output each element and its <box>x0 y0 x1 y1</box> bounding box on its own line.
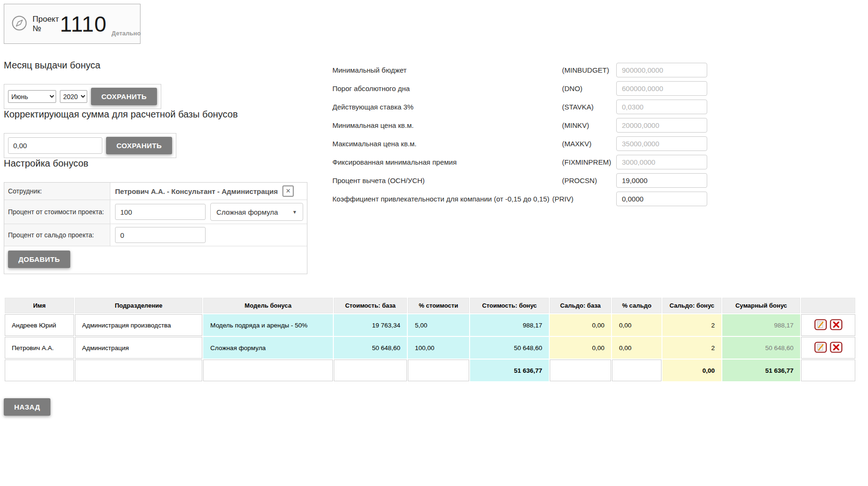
param-label: Коэффициент привлекательности для компан… <box>332 195 552 203</box>
back-button[interactable]: НАЗАД <box>4 398 50 416</box>
correction-section-title: Корректирующая сумма для расчетной базы … <box>4 109 332 120</box>
param-code: (MINKV) <box>562 121 616 129</box>
cell-cost-percent: 100,00 <box>408 337 469 359</box>
project-details-link[interactable]: Детально <box>112 30 141 37</box>
cell-department: Администрация производства <box>75 314 202 336</box>
edit-button[interactable] <box>813 319 828 332</box>
param-input-procsn[interactable] <box>616 173 707 188</box>
col-cost-base: Стоимость: база <box>334 298 407 313</box>
param-row-maxkv: Максимальная цена кв.м. (MAXKV) <box>332 134 707 153</box>
col-model: Модель бонуса <box>203 298 333 313</box>
add-button[interactable]: ДОБАВИТЬ <box>8 251 70 268</box>
save-correction-button[interactable]: СОХРАНИТЬ <box>106 137 172 154</box>
param-input-dno[interactable] <box>616 81 707 96</box>
correction-amount-input[interactable] <box>8 137 102 154</box>
cell-total-bonus: 988,17 <box>722 314 800 336</box>
cell-empty <box>801 360 855 381</box>
param-input-minbudget[interactable] <box>616 63 707 77</box>
cell-cost-bonus: 988,17 <box>470 314 549 336</box>
table-row: Петрович А.А. Администрация Сложная форм… <box>5 337 855 359</box>
param-code: (FIXMINPREM) <box>562 158 616 166</box>
param-label: Действующая ставка 3% <box>332 103 562 111</box>
param-label: Максимальная цена кв.м. <box>332 140 562 148</box>
cell-total-bonus: 50 648,60 <box>722 337 800 359</box>
cell-cost-bonus: 50 648,60 <box>470 337 549 359</box>
delete-button[interactable] <box>828 319 844 332</box>
cell-actions <box>801 314 855 336</box>
param-input-minkv[interactable] <box>616 118 707 133</box>
param-code: (PROCSN) <box>562 176 616 184</box>
month-section-title: Месяц выдачи бонуса <box>4 60 332 71</box>
param-row-minbudget: Минимальный бюджет (MINBUDGET) <box>332 61 707 79</box>
correction-box: СОХРАНИТЬ <box>4 133 176 158</box>
delete-icon <box>830 319 843 330</box>
cell-empty <box>5 360 74 381</box>
param-code: (DNO) <box>562 84 616 92</box>
chevron-down-icon: ▼ <box>292 209 297 215</box>
edit-button[interactable] <box>813 342 828 354</box>
bonus-table: Имя Подразделение Модель бонуса Стоимост… <box>4 297 856 382</box>
cell-cost-percent: 5,00 <box>408 314 469 336</box>
cell-cost-base: 50 648,60 <box>334 337 407 359</box>
total-cost-bonus: 51 636,77 <box>470 360 549 381</box>
bonus-settings-title: Настройка бонусов <box>4 158 332 169</box>
cell-saldo-percent: 0,00 <box>612 337 661 359</box>
param-code: (STAVKA) <box>562 103 616 111</box>
param-code: (MAXKV) <box>562 140 616 148</box>
param-row-minkv: Минимальная цена кв.м. (MINKV) <box>332 116 707 134</box>
cell-empty <box>75 360 202 381</box>
param-label: Минимальный бюджет <box>332 66 562 74</box>
col-cost-bonus: Стоимость: бонус <box>470 298 549 313</box>
parameters-panel: Минимальный бюджет (MINBUDGET) Порог абс… <box>332 60 707 274</box>
cell-model: Сложная формула <box>203 337 333 359</box>
year-select[interactable]: 2020 <box>60 90 87 103</box>
edit-icon <box>814 319 827 330</box>
param-input-priv[interactable] <box>616 192 707 206</box>
employee-value: Петрович А.А. - Консультант - Администра… <box>115 187 278 195</box>
cell-empty <box>334 360 407 381</box>
cell-empty <box>408 360 469 381</box>
month-select[interactable]: Июнь <box>8 90 56 103</box>
percent-cost-input[interactable] <box>115 204 206 220</box>
total-saldo-bonus: 0,00 <box>662 360 721 381</box>
param-input-fixminprem[interactable] <box>616 155 707 169</box>
col-actions <box>801 298 855 313</box>
cell-saldo-base: 0,00 <box>550 337 611 359</box>
col-total-bonus: Сумарный бонус <box>722 298 800 313</box>
bonus-model-value: Сложная формула <box>216 208 278 216</box>
percent-saldo-input[interactable] <box>115 227 206 243</box>
left-column: Месяц выдачи бонуса Июнь 2020 СОХРАНИТЬ … <box>4 60 332 274</box>
param-row-procsn: Процент вычета (ОСН/УСН) (PROCSN) <box>332 171 707 190</box>
cell-saldo-base: 0,00 <box>550 314 611 336</box>
cell-actions <box>801 337 855 359</box>
percent-saldo-label: Процент от сальдо проекта: <box>4 224 110 246</box>
page: Проект № 1110 Детально Месяц выдачи бону… <box>0 0 868 430</box>
param-label: Процент вычета (ОСН/УСН) <box>332 176 562 184</box>
param-label: Порог абсолютного дна <box>332 84 562 92</box>
edit-icon <box>814 342 827 353</box>
cell-department: Администрация <box>75 337 202 359</box>
param-input-stavka[interactable] <box>616 100 707 114</box>
delete-icon <box>830 342 843 353</box>
totals-row: 51 636,77 0,00 51 636,77 <box>5 360 855 381</box>
percent-cost-row: Процент от стоимости проекта: Сложная фо… <box>4 200 307 224</box>
col-saldo-percent: % сальдо <box>612 298 661 313</box>
save-month-button[interactable]: СОХРАНИТЬ <box>91 88 157 105</box>
cell-empty <box>203 360 333 381</box>
param-row-dno: Порог абсолютного дна (DNO) <box>332 79 707 98</box>
param-row-priv: Коэффициент привлекательности для компан… <box>332 190 707 208</box>
close-icon: ✕ <box>286 187 291 194</box>
employee-label: Сотрудник: <box>4 183 110 200</box>
param-input-maxkv[interactable] <box>616 136 707 151</box>
cell-saldo-percent: 0,00 <box>612 314 661 336</box>
cell-cost-base: 19 763,34 <box>334 314 407 336</box>
employee-row: Сотрудник: Петрович А.А. - Консультант -… <box>4 183 307 200</box>
month-box: Июнь 2020 СОХРАНИТЬ <box>4 84 161 109</box>
percent-cost-label: Процент от стоимости проекта: <box>4 200 110 224</box>
remove-employee-button[interactable]: ✕ <box>282 185 294 197</box>
bonus-model-select[interactable]: Сложная формула ▼ <box>210 203 303 221</box>
col-saldo-bonus: Сальдо: бонус <box>662 298 721 313</box>
delete-button[interactable] <box>828 342 844 354</box>
col-department: Подразделение <box>75 298 202 313</box>
param-code: (MINBUDGET) <box>562 66 616 74</box>
